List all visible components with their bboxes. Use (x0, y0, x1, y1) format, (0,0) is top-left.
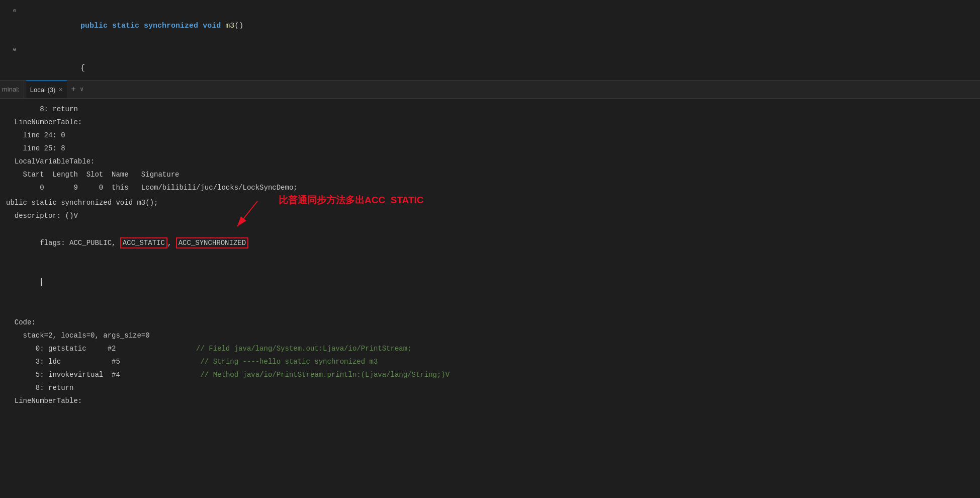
cursor-area (6, 278, 42, 299)
text-cursor (41, 278, 42, 286)
terminal-line-code: Code: (6, 316, 974, 329)
brace-open: { (80, 64, 85, 72)
comment-invoke: // Method java/io/PrintStream.println:(L… (200, 371, 450, 379)
terminal-line-method-sig: ublic static synchronized void m3(); (6, 196, 974, 209)
terminal-line-3-ldc: 3: ldc #5 // String ----hello static syn… (6, 355, 974, 368)
terminal-line-linenumtable1: LineNumberTable: (6, 116, 974, 129)
flags-comma: , (167, 239, 176, 247)
terminal-line-8-return: 8: return (6, 381, 974, 394)
terminal-line-flags: flags: ACC_PUBLIC, ACC_STATIC, ACC_SYNCH… (6, 222, 974, 316)
fold-icon-2[interactable]: ⊖ (13, 46, 16, 53)
comment-ldc: // String ----hello static synchronized … (200, 358, 378, 366)
acc-static-box: ACC_STATIC (120, 237, 167, 248)
terminal-line-table-header: Start Length Slot Name Signature (6, 168, 974, 181)
acc-synchronized-box: ACC_SYNCHRONIZED (176, 237, 248, 248)
terminal-line-table-row: 0 9 0 this Lcom/bilibili/juc/locks/LockS… (6, 181, 974, 194)
keyword-void: void (203, 22, 221, 30)
terminal-section: minal: Local (3) ✕ + ∨ 8: return LineNum… (0, 80, 980, 498)
terminal-body[interactable]: 8: return LineNumberTable: line 24: 0 li… (0, 99, 980, 498)
terminal-line-localvartable: LocalVariableTable: (6, 155, 974, 168)
terminal-line-line24: line 24: 0 (6, 129, 974, 142)
flags-prefix: flags: ACC_PUBLIC, (31, 239, 120, 247)
terminal-label: minal: (2, 80, 24, 98)
terminal-line-descriptor: descriptor: ()V (6, 209, 974, 222)
terminal-line-return1: 8: return (6, 103, 974, 116)
terminal-line-5-invokevirtual: 5: invokevirtual #4 // Method java/io/Pr… (6, 368, 974, 381)
line-gutter: ⊖ ⊖ (0, 0, 29, 80)
comment-getstatic: // Field java/lang/System.out:Ljava/io/P… (196, 345, 411, 353)
terminal-line-0-getstatic: 0: getstatic #2 // Field java/lang/Syste… (6, 342, 974, 355)
terminal-line-line25: line 25: 8 (6, 142, 974, 155)
paren: () (234, 22, 243, 30)
method-name-m3: m3 (225, 22, 234, 30)
terminal-line-linenumtable2: LineNumberTable: (6, 394, 974, 407)
keyword-synchronized: synchronized (144, 22, 198, 30)
keyword-public: public (80, 22, 108, 30)
code-editor: ⊖ ⊖ public static synchronized void m3()… (0, 0, 980, 80)
terminal-line-stack: stack=2, locals=0, args_size=0 (6, 329, 974, 342)
keyword-static: static (112, 22, 139, 30)
code-line-1: public static synchronized void m3() (35, 5, 980, 47)
fold-icon-1[interactable]: ⊖ (13, 7, 16, 15)
code-line-2: { (35, 47, 980, 90)
